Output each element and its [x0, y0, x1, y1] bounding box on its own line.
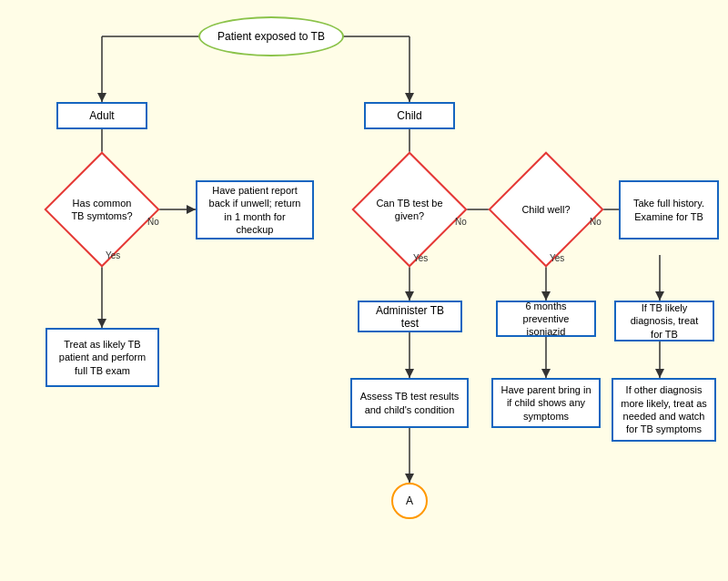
svg-marker-21: [405, 474, 414, 483]
svg-marker-2: [97, 93, 106, 102]
have-patient-report-label: Have patient report back if unwell; retu…: [205, 184, 305, 236]
treat-likely-node: Treat as likely TB patient and perform f…: [46, 328, 159, 387]
if-tb-likely-label: If TB likely diagnosis, treat for TB: [623, 301, 705, 341]
six-months-label: 6 months preventive isoniazid: [505, 300, 587, 339]
no-label-3: No: [590, 217, 602, 227]
start-node: Patient exposed to TB: [198, 16, 344, 56]
administer-tb-node: Administer TB test: [358, 301, 462, 332]
svg-marker-19: [405, 369, 414, 378]
have-parent-label: Have parent bring in if child shows any …: [500, 383, 592, 423]
no-label-1: No: [147, 217, 159, 227]
yes-label-3: Yes: [550, 253, 564, 263]
svg-marker-27: [541, 369, 551, 378]
child-label: Child: [397, 109, 421, 122]
take-full-history-label: Take full history. Examine for TB: [628, 197, 710, 223]
no-label-2: No: [455, 217, 467, 227]
svg-marker-29: [655, 291, 664, 301]
has-symptoms-wrapper: Has common TB symtoms?: [61, 168, 143, 250]
flowchart: Patient exposed to TB Adult Child Has co…: [0, 0, 728, 581]
start-label: Patient exposed to TB: [217, 30, 325, 43]
adult-label: Adult: [89, 109, 114, 122]
svg-marker-15: [405, 291, 414, 301]
has-symptoms-label: Has common TB symtoms?: [66, 197, 138, 223]
can-tb-test-label: Can TB test be given?: [373, 197, 446, 223]
if-tb-likely-node: If TB likely diagnosis, treat for TB: [614, 301, 714, 341]
child-well-diamond: Child well?: [488, 151, 603, 267]
has-symptoms-diamond: Has common TB symtoms?: [44, 151, 159, 267]
svg-marker-5: [405, 93, 414, 102]
arrows-layer: [0, 0, 728, 581]
svg-marker-9: [187, 205, 196, 214]
if-other-label: If other diagnosis more likely, treat as…: [621, 383, 707, 435]
have-patient-report-node: Have patient report back if unwell; retu…: [196, 180, 314, 240]
yes-label-1: Yes: [106, 250, 120, 260]
take-full-history-node: Take full history. Examine for TB: [619, 180, 719, 240]
child-well-wrapper: Child well?: [505, 168, 587, 250]
if-other-node: If other diagnosis more likely, treat as…: [612, 378, 716, 442]
assess-tb-node: Assess TB test results and child's condi…: [350, 378, 469, 428]
six-months-node: 6 months preventive isoniazid: [496, 301, 596, 337]
can-tb-test-diamond: Can TB test be given?: [351, 151, 467, 267]
connector-a-node: A: [391, 483, 428, 519]
have-parent-node: Have parent bring in if child shows any …: [491, 378, 601, 428]
adult-node: Adult: [56, 102, 147, 129]
yes-label-2: Yes: [413, 253, 428, 263]
circle-a: A: [391, 483, 428, 519]
can-tb-test-wrapper: Can TB test be given?: [369, 168, 450, 250]
svg-marker-11: [97, 319, 106, 328]
administer-tb-label: Administer TB test: [367, 304, 453, 330]
assess-tb-label: Assess TB test results and child's condi…: [359, 390, 460, 416]
circle-a-label: A: [406, 494, 413, 507]
child-well-label: Child well?: [510, 203, 582, 216]
child-node: Child: [364, 102, 455, 129]
svg-marker-31: [655, 369, 664, 378]
treat-likely-label: Treat as likely TB patient and perform f…: [55, 338, 150, 377]
